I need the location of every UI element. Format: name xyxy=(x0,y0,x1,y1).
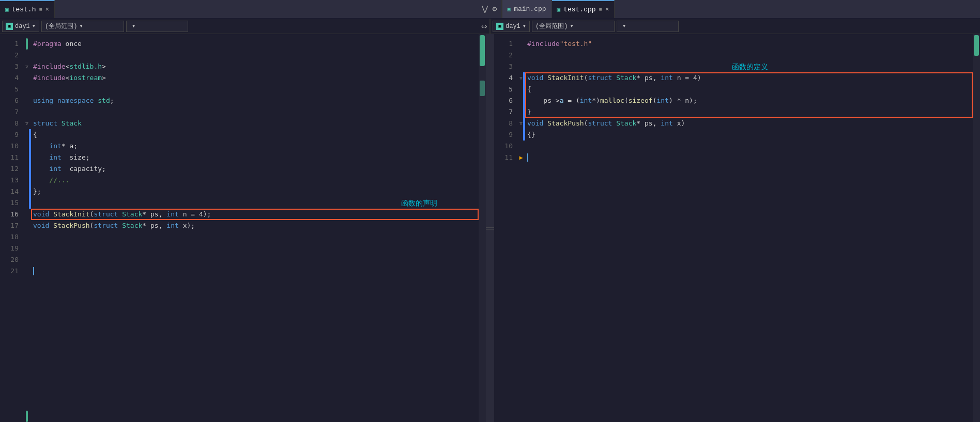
gutter-green-1 xyxy=(26,38,28,50)
code-line-2 xyxy=(33,50,479,61)
line-num: 10 xyxy=(494,140,517,152)
right-cursor xyxy=(527,153,528,162)
tab-menu-button[interactable]: ⋁ xyxy=(482,4,488,14)
line-num: 9 xyxy=(494,129,517,140)
line-num: 1 xyxy=(0,38,23,50)
close-tab-button[interactable]: × xyxy=(605,6,609,13)
chevron-down-icon: ▾ xyxy=(132,22,135,30)
r-code-line-11 xyxy=(527,152,973,163)
r-code-line-8: void StackPush ( struct Stack * ps, int … xyxy=(527,118,973,129)
scope-icon: ▣ xyxy=(496,23,503,30)
split-button[interactable]: ⇔ xyxy=(481,22,487,30)
r-code-line-7: } xyxy=(527,106,973,118)
line-num: 15 xyxy=(0,197,23,209)
line-num: 18 xyxy=(0,231,23,243)
code-line-12: int capacity; xyxy=(33,163,479,175)
right-code-content[interactable]: #include"test.h" 函数的定义 void StackInit xyxy=(525,34,973,422)
close-tab-button[interactable]: × xyxy=(45,6,49,13)
right-tab-section: ▣ main.cpp ▣ test.cpp ■ × xyxy=(502,0,980,18)
code-line-21 xyxy=(33,265,479,277)
line-num: 17 xyxy=(0,220,23,231)
r-code-line-3: 函数的定义 xyxy=(527,61,973,72)
right-scrollbar[interactable] xyxy=(973,34,980,422)
right-toolbar: ▣ day1 ▾ (全局范围) ▾ ▾ xyxy=(491,19,980,34)
code-line-9: { xyxy=(33,129,479,140)
fold-icon-4[interactable]: ▽ xyxy=(518,72,524,84)
gutter-green-21 xyxy=(26,411,28,422)
tab-main-cpp[interactable]: ▣ main.cpp xyxy=(502,0,552,18)
line-num: 5 xyxy=(494,84,517,95)
line-num: 16 xyxy=(0,209,23,220)
line-num: 9 xyxy=(0,129,23,140)
line-num: 7 xyxy=(0,106,23,118)
line-num: 7 xyxy=(494,106,517,118)
tab-modified: ■ xyxy=(39,7,42,12)
scrollbar-thumb xyxy=(480,35,485,66)
code-line-7 xyxy=(33,106,479,118)
line-num: 4 xyxy=(0,72,23,84)
chevron-down-icon: ▾ xyxy=(622,22,626,30)
line-num: 3 xyxy=(0,61,23,72)
debug-arrow: ▶ xyxy=(518,152,524,163)
line-num: 21 xyxy=(0,265,23,277)
line-num: 19 xyxy=(0,243,23,254)
tab-test-h[interactable]: ▣ test.h ■ × xyxy=(0,0,55,18)
line-num: 1 xyxy=(494,38,517,50)
right-global-dropdown[interactable]: (全局范围) ▾ xyxy=(532,21,615,32)
annotation-left: 函数的声明 xyxy=(401,197,437,209)
right-func-dropdown[interactable]: ▾ xyxy=(617,21,679,32)
tab-label: main.cpp xyxy=(514,5,546,13)
r-code-line-5: { xyxy=(527,84,973,95)
code-line-8: struct Stack xyxy=(33,118,479,129)
code-line-15: 函数的声明 xyxy=(33,197,479,209)
code-line-5 xyxy=(33,84,479,95)
r-code-line-4: void StackInit ( struct Stack * ps, int … xyxy=(527,72,973,84)
fold-icon-3[interactable]: ▽ xyxy=(24,61,30,72)
line-num: 5 xyxy=(0,84,23,95)
code-line-16: void StackInit ( struct Stack * ps, int … xyxy=(33,209,479,220)
left-toolbar-actions: ⇔ xyxy=(481,22,487,30)
line-num: 4 xyxy=(494,72,517,84)
editor-area: 1 2 3 4 5 6 7 8 9 10 11 12 13 14 15 16 1… xyxy=(0,34,980,422)
left-func-dropdown[interactable]: ▾ xyxy=(126,21,188,32)
code-line-13: //... xyxy=(33,175,479,186)
tab-modified: ■ xyxy=(599,7,602,12)
line-num: 20 xyxy=(0,254,23,265)
left-toolbar: ▣ day1 ▾ (全局范围) ▾ ▾ ⇔ xyxy=(0,19,489,34)
scrollbar-indicator xyxy=(480,81,485,96)
highlighted-block: void StackInit ( struct Stack * ps, int … xyxy=(527,72,973,118)
line-num: 2 xyxy=(0,50,23,61)
left-editor-pane: 1 2 3 4 5 6 7 8 9 10 11 12 13 14 15 16 1… xyxy=(0,34,486,422)
r-code-line-9: {} xyxy=(527,129,973,140)
r-code-line-1: #include"test.h" xyxy=(527,38,973,50)
line-num: 12 xyxy=(0,163,23,175)
r-code-line-6: ps -> a = ( int *) malloc ( sizeof ( int… xyxy=(527,95,973,106)
code-line-10: int* a; xyxy=(33,140,479,152)
tab-label: test.cpp xyxy=(563,6,595,13)
left-code-content[interactable]: #pragma once #include<stdlib.h> #include… xyxy=(31,34,479,422)
editor-splitter[interactable]: ⟺ xyxy=(486,34,494,422)
tab-test-cpp[interactable]: ▣ test.cpp ■ × xyxy=(552,0,615,18)
annotation-right: 函数的定义 xyxy=(732,61,768,72)
left-scope-dropdown[interactable]: ▣ day1 ▾ xyxy=(2,21,39,32)
fold-icon-8[interactable]: ▽ xyxy=(24,118,30,129)
line-num: 13 xyxy=(0,175,23,186)
left-global-dropdown[interactable]: (全局范围) ▾ xyxy=(41,21,124,32)
line-num: 6 xyxy=(494,95,517,106)
settings-icon[interactable]: ⚙ xyxy=(492,4,497,14)
code-line-17: void StackPush ( struct Stack * ps, int … xyxy=(33,220,479,231)
r-code-line-10 xyxy=(527,140,973,152)
r-code-line-2 xyxy=(527,50,973,61)
fold-icon-8r[interactable]: ▽ xyxy=(518,118,524,129)
left-tab-settings: ⋁ ⚙ xyxy=(478,0,502,18)
right-scope-dropdown[interactable]: ▣ day1 ▾ xyxy=(493,21,530,32)
cursor xyxy=(33,267,34,275)
code-line-14: }; xyxy=(33,186,479,197)
global-label: (全局范围) xyxy=(535,22,568,30)
line-num: 3 xyxy=(494,61,517,72)
line-num: 10 xyxy=(0,140,23,152)
chevron-down-icon: ▾ xyxy=(570,22,573,30)
line-num: 11 xyxy=(494,152,517,163)
left-scrollbar[interactable] xyxy=(479,34,486,422)
code-line-1: #pragma once xyxy=(33,38,479,50)
